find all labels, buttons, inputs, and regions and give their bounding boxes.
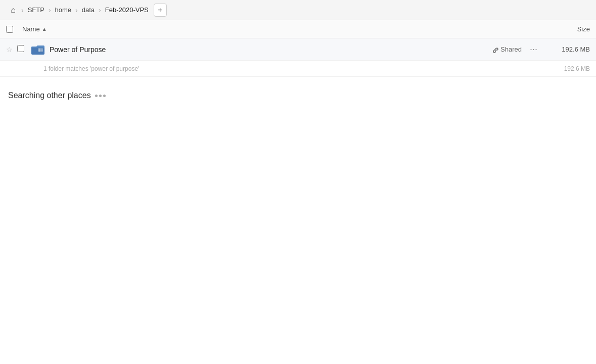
separator-1: › <box>21 6 24 14</box>
match-info-row: 1 folder matches 'power of purpose' 192.… <box>0 61 596 77</box>
shared-label: Shared <box>500 46 522 53</box>
file-name: Power of Purpose <box>48 46 491 54</box>
more-options-button[interactable]: ··· <box>528 43 539 56</box>
breadcrumb-home[interactable]: home <box>52 4 75 16</box>
loading-dot-3 <box>103 95 106 97</box>
separator-4: › <box>99 6 101 14</box>
searching-label: Searching other places <box>8 91 91 100</box>
star-icon[interactable]: ☆ <box>6 46 17 54</box>
separator-2: › <box>49 6 51 14</box>
name-column-label: Name <box>22 25 40 33</box>
header-checkbox-cell <box>6 26 22 33</box>
breadcrumb-bar: ⌂ › SFTP › home › data › Feb-2020-VPS + <box>0 0 596 20</box>
shared-badge: Shared <box>491 46 522 53</box>
row-checkbox[interactable] <box>17 45 24 52</box>
link-icon <box>491 46 498 53</box>
loading-indicator <box>95 95 106 97</box>
file-row[interactable]: ☆ Power of Purpose Shared ··· 192.6 MB <box>0 38 596 61</box>
select-all-checkbox[interactable] <box>6 26 13 33</box>
home-icon[interactable]: ⌂ <box>6 3 20 17</box>
loading-dot-1 <box>95 95 98 97</box>
searching-section: Searching other places <box>0 77 596 106</box>
row-actions: Shared ··· <box>491 43 539 56</box>
sort-arrow-icon: ▲ <box>42 26 47 32</box>
file-size: 192.6 MB <box>539 46 590 53</box>
match-info-text: 1 folder matches 'power of purpose' <box>43 65 539 72</box>
folder-icon-svg <box>31 44 44 55</box>
column-headers: Name ▲ Size <box>0 20 596 38</box>
breadcrumb-sftp[interactable]: SFTP <box>25 4 48 16</box>
breadcrumb-feb2020vps[interactable]: Feb-2020-VPS <box>102 4 152 16</box>
separator-3: › <box>75 6 78 14</box>
folder-icon <box>31 44 48 55</box>
row-checkbox-cell <box>17 45 31 54</box>
breadcrumb-data[interactable]: data <box>79 4 98 16</box>
name-column-header[interactable]: Name ▲ <box>22 25 529 33</box>
size-column-header[interactable]: Size <box>529 25 590 33</box>
add-tab-button[interactable]: + <box>154 4 167 17</box>
loading-dot-2 <box>99 95 102 97</box>
match-info-size: 192.6 MB <box>539 65 590 72</box>
